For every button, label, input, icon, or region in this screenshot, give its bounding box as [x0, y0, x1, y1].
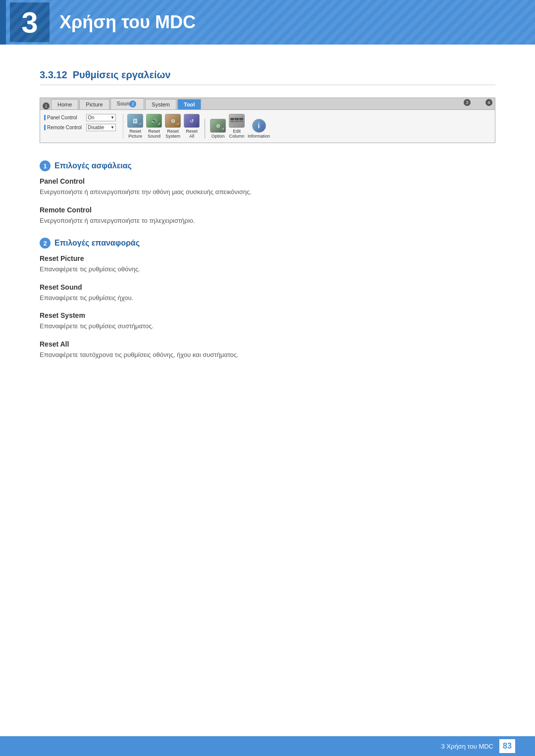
ui-tabs-row: 1 Home Picture Soun2 System Tool 3 4	[40, 98, 495, 110]
panel-control-value: On	[88, 115, 94, 120]
tool-option[interactable]: ⚙ ↺ Option	[210, 119, 226, 139]
subsection1-content: Panel Control Ενεργοποιήστε ή απενεργοπο…	[40, 177, 495, 225]
tab-tool[interactable]: Tool	[177, 99, 201, 109]
footer: 3 Χρήση του MDC 83	[0, 736, 535, 756]
tool-reset-system[interactable]: ⚙ ↺ Reset System	[165, 114, 181, 139]
reset-system-label2: System	[165, 134, 180, 139]
reset-picture-icon: 🖼 ↺	[127, 114, 143, 128]
reset-sound-desc: Επαναφέρετε τις ρυθμίσεις ήχου.	[40, 293, 495, 303]
region-3: 3	[464, 99, 471, 106]
panel-control-row: Panel Control On ▼	[44, 114, 119, 121]
edit-column-icon	[229, 114, 245, 128]
reset-picture-label1: Reset	[129, 129, 141, 134]
reset-sound-label2: Sound	[148, 134, 160, 139]
footer-text: 3 Χρήση του MDC	[441, 743, 493, 750]
panel-control-title: Panel Control	[40, 177, 495, 185]
panel-control-desc: Ενεργοποιήστε ή απενεργοποιήστε την οθόν…	[40, 187, 495, 197]
section-number: 3.3.12	[40, 69, 67, 80]
remote-control-title: Remote Control	[40, 206, 495, 214]
reset-picture-label2: Picture	[128, 134, 142, 139]
subsection1-title-text: Επιλογές ασφάλειας	[54, 161, 132, 170]
subsection2-title-text: Επιλογές επαναφοράς	[54, 239, 140, 248]
remote-control-row: Remote Control Disable ▼	[44, 124, 119, 131]
chapter-number: 3	[10, 2, 50, 42]
subsection2-content: Reset Picture Επαναφέρετε τις ρυθμίσεις …	[40, 254, 495, 359]
toolbar-divider	[205, 119, 205, 139]
subsection1-number: 1	[40, 160, 51, 171]
main-content: 3.3.12 Ρυθμίσεις εργαλείων 1 Home Pictur…	[0, 45, 535, 399]
subsection2-number: 2	[40, 238, 51, 249]
reset-picture-title: Reset Picture	[40, 254, 495, 262]
ui-mockup: 1 Home Picture Soun2 System Tool 3 4 Pan…	[40, 98, 495, 143]
reset-all-icon: ↺	[184, 114, 200, 128]
information-icon: i	[252, 119, 266, 133]
tool-information[interactable]: i Information	[248, 119, 270, 139]
tool-reset-sound[interactable]: 🔊 ↺ Reset Sound	[146, 114, 162, 139]
reset-picture-desc: Επαναφέρετε τις ρυθμίσεις οθόνης.	[40, 264, 495, 274]
remote-control-label: Remote Control	[44, 125, 86, 130]
tab-picture[interactable]: Picture	[79, 99, 109, 109]
tool-reset-picture[interactable]: 🖼 ↺ Reset Picture	[127, 114, 143, 139]
reset-system-icon: ⚙ ↺	[165, 114, 181, 128]
region-4: 4	[485, 99, 492, 106]
reset-sound-label1: Reset	[148, 129, 160, 134]
reset-all-desc: Επαναφέρετε ταυτόχρονα τις ρυθμίσεις οθό…	[40, 350, 495, 360]
tab-sound[interactable]: Soun2	[110, 98, 145, 109]
reset-system-title: Reset System	[40, 311, 495, 319]
remote-control-desc: Ενεργοποιήστε ή απενεργοποιήστε το τηλεχ…	[40, 216, 495, 226]
reset-system-desc: Επαναφέρετε τις ρυθμίσεις συστήματος.	[40, 321, 495, 331]
subsection2-title: 2 Επιλογές επαναφοράς	[40, 238, 495, 249]
option-label: Option	[212, 134, 225, 139]
region-numbers: 3 4	[464, 99, 492, 106]
remote-control-value: Disable	[88, 125, 104, 130]
section-title: Ρυθμίσεις εργαλείων	[73, 69, 171, 80]
subsection1-title: 1 Επιλογές ασφάλειας	[40, 160, 495, 171]
reset-sound-title: Reset Sound	[40, 283, 495, 291]
remote-control-select[interactable]: Disable ▼	[86, 124, 116, 131]
reset-all-title: Reset All	[40, 340, 495, 348]
edit-column-label2: Column	[229, 134, 244, 139]
ui-toolbar: 🖼 ↺ Reset Picture 🔊 ↺ Reset Sound	[127, 114, 491, 139]
panel-control-arrow: ▼	[110, 115, 114, 120]
tool-reset-all[interactable]: ↺ Reset All	[184, 114, 200, 139]
ui-left-panel: Panel Control On ▼ Remote Control Disabl…	[44, 114, 123, 139]
chapter-title: Χρήση του MDC	[59, 12, 196, 33]
section-heading: 3.3.12 Ρυθμίσεις εργαλείων	[40, 69, 495, 85]
header-bar: 3 Χρήση του MDC	[0, 0, 535, 45]
panel-control-label: Panel Control	[44, 115, 86, 120]
reset-sound-icon: 🔊 ↺	[146, 114, 162, 128]
tool-edit-column[interactable]: Edit Column	[229, 114, 245, 139]
tab-badge-2: 2	[129, 101, 136, 107]
edit-column-label1: Edit	[233, 129, 241, 134]
tab-system[interactable]: System	[145, 99, 176, 109]
footer-page: 83	[499, 739, 515, 753]
header-accent	[0, 0, 6, 45]
ui-body: Panel Control On ▼ Remote Control Disabl…	[40, 110, 495, 143]
option-icon: ⚙ ↺	[210, 119, 226, 133]
tab-region-1: 1	[43, 102, 50, 109]
information-label: Information	[248, 134, 270, 139]
tab-home[interactable]: Home	[51, 99, 78, 109]
reset-all-label1: Reset	[186, 129, 198, 134]
panel-control-select[interactable]: On ▼	[86, 114, 116, 121]
reset-all-label2: All	[189, 134, 194, 139]
reset-system-label1: Reset	[167, 129, 179, 134]
remote-control-arrow: ▼	[110, 125, 114, 130]
